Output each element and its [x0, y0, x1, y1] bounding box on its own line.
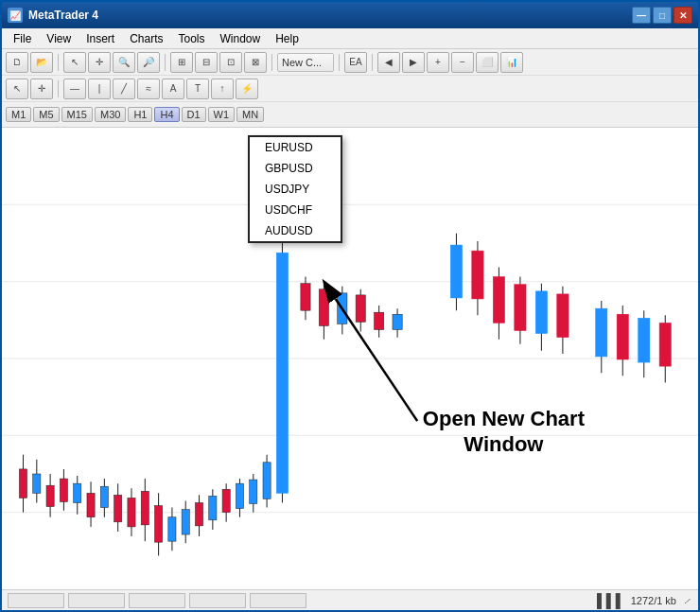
svg-rect-21 [114, 495, 122, 521]
svg-rect-53 [356, 295, 365, 322]
fib-tool[interactable]: ⚡ [236, 79, 258, 99]
status-seg-2 [68, 593, 125, 608]
status-seg-4 [189, 593, 246, 608]
symbol-usdjpy[interactable]: USDJPY [250, 179, 341, 200]
status-right: ▌▌▌ 1272/1 kb ⟋ [597, 593, 692, 608]
svg-rect-37 [222, 489, 230, 512]
menu-help[interactable]: Help [268, 30, 306, 47]
chart-scroll-left[interactable]: ◀ [377, 52, 400, 73]
menu-view[interactable]: View [39, 30, 79, 47]
zoom-out-btn[interactable]: 🔎 [137, 52, 160, 73]
title-bar: 📈 MetaTrader 4 — □ ✕ [2, 2, 698, 28]
symbol-audusd[interactable]: AUDUSD [250, 220, 341, 241]
status-seg-1 [8, 593, 64, 608]
menu-charts[interactable]: Charts [122, 30, 170, 47]
open-btn[interactable]: 📂 [30, 52, 53, 73]
chart-scroll-right[interactable]: ▶ [402, 52, 425, 73]
new-chart-label: New C... [277, 53, 334, 72]
svg-rect-61 [472, 251, 483, 299]
close-button[interactable]: ✕ [674, 7, 692, 24]
svg-rect-55 [375, 312, 384, 329]
status-bar: ▌▌▌ 1272/1 kb ⟋ [2, 589, 698, 610]
tf-h4[interactable]: H4 [154, 107, 179, 122]
svg-rect-19 [100, 486, 108, 507]
zoom-plus[interactable]: + [427, 52, 449, 73]
indicators-btn[interactable]: 📊 [500, 52, 523, 73]
svg-rect-15 [74, 483, 81, 502]
svg-rect-49 [319, 289, 328, 326]
tf-h1[interactable]: H1 [128, 107, 152, 122]
chart-area: EURUSD GBPUSD USDJPY USDCHF AUDUSD Open … [2, 128, 698, 589]
menu-bar: File View Insert Charts Tools Window Hel… [2, 28, 698, 49]
svg-rect-39 [236, 483, 243, 508]
sep2 [165, 54, 166, 71]
tf-m1[interactable]: M1 [6, 107, 31, 122]
crosshair-tool[interactable]: ✛ [88, 52, 111, 73]
menu-tools[interactable]: Tools [171, 30, 213, 47]
main-content: EURUSD GBPUSD USDJPY USDCHF AUDUSD Open … [2, 128, 698, 589]
tf-m15[interactable]: M15 [61, 107, 93, 122]
svg-rect-67 [535, 291, 547, 334]
tf-m30[interactable]: M30 [95, 107, 126, 122]
hline-tool[interactable]: — [63, 79, 86, 99]
tf-mn[interactable]: MN [236, 107, 264, 122]
svg-rect-11 [46, 485, 54, 506]
drawing-toolbar: ↖ ✛ — | ╱ ≈ A T ↑ ⚡ [2, 76, 698, 102]
status-seg-5 [250, 593, 306, 608]
svg-rect-57 [393, 314, 402, 329]
svg-rect-27 [155, 506, 163, 543]
label-tool[interactable]: T [186, 79, 209, 99]
symbol-gbpusd[interactable]: GBPUSD [250, 158, 341, 179]
zoom-in-btn[interactable]: 🔍 [113, 52, 135, 73]
text-tool[interactable]: A [162, 79, 184, 99]
vline-tool[interactable]: | [88, 79, 111, 99]
tf-d1[interactable]: D1 [182, 107, 206, 122]
status-segments [8, 593, 597, 608]
cross-tool[interactable]: ✛ [30, 79, 53, 99]
tf-w1[interactable]: W1 [208, 107, 236, 122]
trendline-tool[interactable]: ╱ [113, 79, 135, 99]
title-controls: — □ ✕ [632, 7, 692, 24]
status-seg-3 [129, 593, 185, 608]
tf-m5[interactable]: M5 [33, 107, 59, 122]
status-kb: 1272/1 kb [631, 595, 676, 606]
app-icon: 📈 [8, 8, 23, 23]
svg-rect-45 [276, 253, 288, 493]
symbol-usdchf[interactable]: USDCHF [250, 200, 341, 220]
svg-rect-29 [168, 517, 176, 541]
menu-window[interactable]: Window [213, 30, 269, 47]
minimize-button[interactable]: — [632, 7, 651, 24]
zoom-minus[interactable]: − [451, 52, 474, 73]
sep1 [58, 54, 59, 71]
select-tool[interactable]: ↖ [6, 79, 28, 99]
timeframe-toolbar: M1 M5 M15 M30 H1 H4 D1 W1 MN [2, 102, 698, 127]
svg-rect-51 [338, 293, 347, 324]
svg-rect-73 [617, 314, 628, 359]
svg-rect-47 [301, 284, 310, 310]
properties-btn[interactable]: ⊡ [219, 52, 242, 73]
advisors-btn[interactable]: EA [344, 52, 367, 73]
arrow-label-tool[interactable]: ↑ [211, 79, 234, 99]
symbol-dropdown[interactable]: EURUSD GBPUSD USDJPY USDCHF AUDUSD [248, 135, 342, 243]
svg-rect-31 [182, 510, 189, 534]
arrow-tool[interactable]: ↖ [63, 52, 86, 73]
svg-rect-23 [128, 498, 135, 527]
menu-insert[interactable]: Insert [79, 30, 122, 47]
candlestick-chart [2, 128, 698, 589]
sep6 [58, 80, 59, 97]
svg-rect-71 [596, 308, 607, 357]
svg-rect-13 [60, 479, 67, 501]
fit-chart[interactable]: ⬜ [476, 52, 499, 73]
channel-tool[interactable]: ≈ [137, 79, 160, 99]
period-btn[interactable]: ⊞ [170, 52, 193, 73]
main-window: 📈 MetaTrader 4 — □ ✕ File View Insert Ch… [0, 0, 700, 612]
symbol-eurusd[interactable]: EURUSD [250, 137, 341, 158]
main-toolbar: 🗋 📂 ↖ ✛ 🔍 🔎 ⊞ ⊟ ⊡ ⊠ New C... EA ◀ ▶ + − … [2, 49, 698, 76]
template-btn[interactable]: ⊠ [244, 52, 267, 73]
new-btn[interactable]: 🗋 [6, 52, 28, 73]
menu-file[interactable]: File [6, 30, 39, 47]
svg-rect-77 [659, 323, 671, 366]
maximize-button[interactable]: □ [653, 7, 672, 24]
chart-btn2[interactable]: ⊟ [195, 52, 218, 73]
svg-rect-43 [263, 463, 271, 499]
